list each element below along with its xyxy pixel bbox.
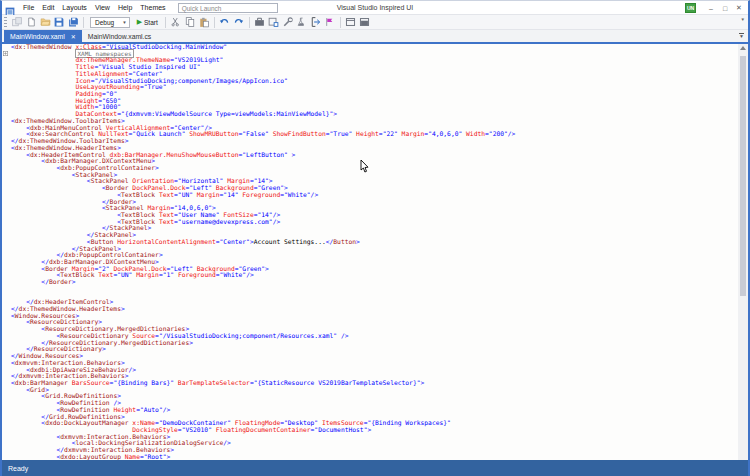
code-line: <Window.Resources> bbox=[2, 313, 738, 320]
copy-icon[interactable] bbox=[184, 16, 196, 29]
status-text: Ready bbox=[8, 465, 28, 472]
code-line: <TextBlock Text="UN" Margin="1" Foregrou… bbox=[2, 272, 738, 279]
menu-item-edit[interactable]: Edit bbox=[38, 1, 58, 15]
code-line bbox=[2, 286, 738, 293]
start-label: Start bbox=[144, 19, 158, 26]
menu-item-themes[interactable]: Themes bbox=[136, 1, 169, 15]
menu-item-help[interactable]: Help bbox=[114, 1, 136, 15]
menu-item-view[interactable]: View bbox=[91, 1, 114, 15]
title-bar: Visual Studio Inspired UI FileEditLayout… bbox=[2, 1, 748, 15]
code-line: <dxb:BarManager BarsSource="{Binding Bar… bbox=[2, 380, 738, 387]
new-file-icon[interactable] bbox=[25, 16, 37, 29]
code-line: </ResourceDictionary.MergedDictionaries> bbox=[2, 340, 738, 347]
quick-launch-placeholder: Quick Launch bbox=[182, 5, 222, 12]
menu-bar: FileEditLayoutsViewHelpThemes bbox=[19, 1, 170, 15]
scroll-up-icon[interactable] bbox=[740, 46, 746, 50]
code-line: </dx:ThemedWindow.HeaderItems> bbox=[2, 306, 738, 313]
status-bar: Ready bbox=[2, 460, 748, 476]
document-tab-strip: MainWindow.xaml✕MainWindow.xaml.cs bbox=[2, 30, 748, 44]
undo-icon[interactable] bbox=[219, 16, 231, 29]
debug-target-label: Debug bbox=[95, 19, 114, 26]
user-badge[interactable]: UN bbox=[685, 3, 696, 13]
briefcase-icon[interactable] bbox=[254, 16, 266, 29]
toolbar: Debug▼▶Start bbox=[2, 15, 748, 30]
minimize-button[interactable]: – bbox=[704, 2, 718, 14]
start-debug-button[interactable]: ▶Start bbox=[137, 18, 158, 26]
tab-mainwindow.xaml[interactable]: MainWindow.xaml✕ bbox=[4, 30, 82, 42]
toolbar-separator bbox=[340, 17, 341, 28]
mouse-cursor bbox=[360, 159, 369, 177]
maximize-button[interactable]: □ bbox=[718, 2, 732, 14]
new-window-icon[interactable] bbox=[268, 16, 280, 29]
layout-panes-icon[interactable] bbox=[11, 16, 23, 29]
close-tab-icon[interactable]: ✕ bbox=[71, 33, 76, 40]
wrench-icon[interactable] bbox=[282, 16, 294, 29]
flag-icon[interactable] bbox=[324, 16, 336, 29]
play-icon: ▶ bbox=[137, 18, 142, 26]
toolbar-separator bbox=[249, 17, 250, 28]
code-editor[interactable]: <dx:ThemedWindow x:Class="VisualStudioDo… bbox=[2, 44, 748, 461]
export-icon[interactable] bbox=[310, 16, 322, 29]
paste-icon[interactable] bbox=[198, 16, 210, 29]
app-icon[interactable] bbox=[5, 3, 15, 13]
code-line: </ResourceDictionary> bbox=[2, 346, 738, 353]
tab-mainwindow.xaml.cs[interactable]: MainWindow.xaml.cs bbox=[82, 30, 157, 42]
tab-label: MainWindow.xaml.cs bbox=[88, 33, 151, 40]
menu-item-layouts[interactable]: Layouts bbox=[58, 1, 91, 15]
app-window: Visual Studio Inspired UI FileEditLayout… bbox=[0, 0, 750, 476]
tab-label: MainWindow.xaml bbox=[10, 33, 65, 40]
toolbar-grip[interactable] bbox=[4, 17, 7, 28]
code-lines: <dx:ThemedWindow x:Class="VisualStudioDo… bbox=[2, 44, 738, 461]
toolbar-separator bbox=[83, 17, 84, 28]
redo-icon[interactable] bbox=[233, 16, 245, 29]
chevron-down-icon: ▼ bbox=[122, 20, 126, 25]
vertical-scrollbar[interactable] bbox=[738, 44, 748, 461]
save-all-icon[interactable] bbox=[67, 16, 79, 29]
open-folder-icon[interactable] bbox=[39, 16, 51, 29]
menu-item-file[interactable]: File bbox=[19, 1, 38, 15]
flask-icon[interactable] bbox=[296, 16, 308, 29]
toolbar-separator bbox=[165, 17, 166, 28]
quick-launch-search[interactable]: Quick Launch bbox=[178, 3, 278, 13]
cut-icon[interactable] bbox=[170, 16, 182, 29]
close-button[interactable]: ✕ bbox=[732, 2, 746, 14]
toolbar-overflow-icon[interactable]: ▼ bbox=[741, 17, 745, 22]
window-icon[interactable] bbox=[345, 16, 357, 29]
document-well-dropdown-icon[interactable]: ▼ bbox=[739, 33, 744, 39]
toolbar-separator bbox=[214, 17, 215, 28]
save-icon[interactable] bbox=[53, 16, 65, 29]
debug-target-combobox[interactable]: Debug▼ bbox=[90, 17, 130, 28]
code-line: </Border> bbox=[2, 279, 738, 286]
window-filled-icon[interactable] bbox=[359, 16, 371, 29]
scrollbar-thumb[interactable] bbox=[740, 56, 746, 296]
